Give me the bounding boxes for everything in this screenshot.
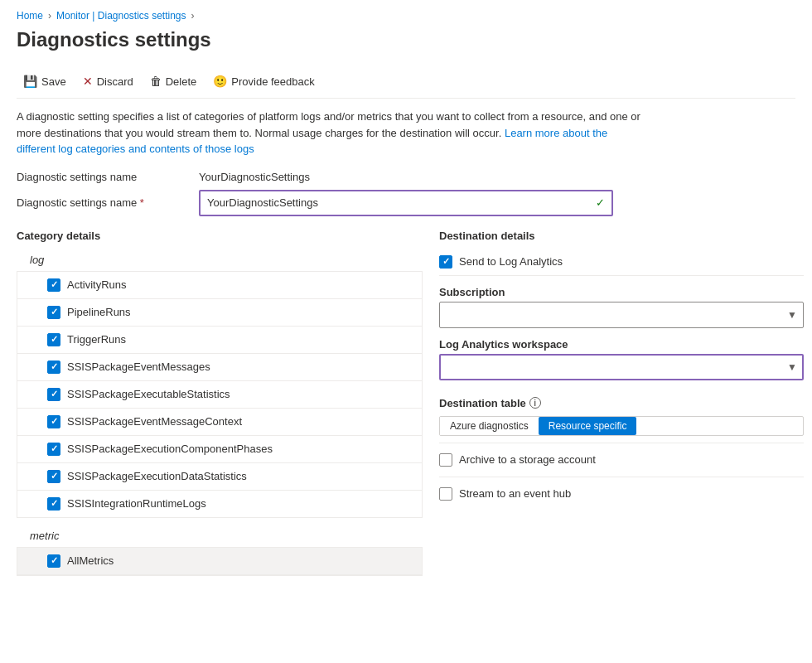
breadcrumb-monitor[interactable]: Monitor | Diagnostics settings bbox=[56, 10, 186, 22]
settings-name-input[interactable] bbox=[207, 196, 596, 209]
subscription-dropdown-container: ▼ bbox=[439, 302, 804, 328]
log-group-label: log bbox=[17, 249, 423, 272]
breadcrumb-home[interactable]: Home bbox=[17, 10, 43, 22]
destination-table-label: Destination table i bbox=[439, 397, 804, 409]
ssis-event-msg-context-label: SSISPackageEventMessageContext bbox=[67, 415, 242, 428]
destination-table-section: Destination table i Azure diagnostics Re… bbox=[439, 390, 804, 443]
archive-storage-row: Archive to a storage account bbox=[439, 443, 804, 477]
metric-group: metric AllMetrics bbox=[17, 525, 423, 576]
destination-table-info-icon[interactable]: i bbox=[529, 397, 541, 409]
description-text: A diagnostic setting specifies a list of… bbox=[17, 109, 646, 157]
activity-runs-checkbox[interactable] bbox=[47, 278, 60, 292]
list-item: SSISPackageExecutionComponentPhases bbox=[17, 436, 422, 463]
ssis-event-messages-label: SSISPackageEventMessages bbox=[67, 361, 210, 373]
activity-runs-label: ActivityRuns bbox=[67, 278, 127, 291]
destination-table-toggle-group: Azure diagnostics Resource specific bbox=[439, 416, 804, 436]
ssis-execution-data-checkbox[interactable] bbox=[47, 470, 60, 483]
archive-storage-label: Archive to a storage account bbox=[459, 453, 596, 466]
metric-items-container: AllMetrics bbox=[17, 548, 423, 576]
list-item: SSISPackageEventMessageContext bbox=[17, 409, 422, 436]
all-metrics-label: AllMetrics bbox=[67, 554, 114, 567]
breadcrumb: Home › Monitor | Diagnostics settings › bbox=[17, 0, 795, 28]
category-section: Category details log ActivityRuns Pipeli… bbox=[17, 230, 423, 576]
destination-section-title: Destination details bbox=[439, 230, 804, 242]
pipeline-runs-checkbox[interactable] bbox=[47, 306, 60, 319]
settings-name-display-label: Diagnostic settings name bbox=[17, 171, 199, 183]
breadcrumb-sep2: › bbox=[191, 10, 195, 22]
destination-section: Destination details Send to Log Analytic… bbox=[439, 230, 804, 576]
subscription-label: Subscription bbox=[439, 286, 804, 298]
ssis-event-messages-checkbox[interactable] bbox=[47, 361, 60, 374]
send-log-analytics-checkbox[interactable] bbox=[439, 255, 452, 269]
trigger-runs-label: TriggerRuns bbox=[67, 333, 126, 346]
settings-name-input-container: ✓ bbox=[199, 190, 613, 216]
category-section-title: Category details bbox=[17, 230, 423, 242]
settings-name-display-value: YourDiagnosticSettings bbox=[199, 171, 310, 183]
ssis-execution-component-label: SSISPackageExecutionComponentPhases bbox=[67, 443, 273, 455]
feedback-button[interactable]: 🙂 Provide feedback bbox=[206, 71, 321, 91]
log-analytics-workspace-section: Log Analytics workspace ▼ bbox=[439, 338, 804, 380]
all-metrics-checkbox[interactable] bbox=[47, 554, 60, 568]
log-analytics-workspace-dropdown-container: ▼ bbox=[439, 354, 804, 380]
subscription-section: Subscription ▼ bbox=[439, 286, 804, 328]
page-title: Diagnostics settings bbox=[17, 28, 795, 51]
list-item: SSISPackageExecutableStatistics bbox=[17, 381, 422, 409]
list-item: SSISPackageExecutionDataStatistics bbox=[17, 463, 422, 491]
breadcrumb-sep1: › bbox=[48, 10, 51, 22]
feedback-icon: 🙂 bbox=[213, 75, 227, 88]
delete-icon: 🗑 bbox=[150, 75, 162, 88]
settings-name-input-row: Diagnostic settings name ✓ bbox=[17, 190, 795, 216]
settings-name-display-row: Diagnostic settings name YourDiagnosticS… bbox=[17, 171, 795, 183]
send-to-log-analytics-row: Send to Log Analytics bbox=[439, 249, 804, 276]
trigger-runs-checkbox[interactable] bbox=[47, 333, 60, 346]
log-analytics-workspace-dropdown[interactable] bbox=[439, 354, 804, 380]
list-item: SSISPackageEventMessages bbox=[17, 354, 422, 381]
discard-icon: ✕ bbox=[83, 75, 93, 88]
list-item: SSISIntegrationRuntimeLogs bbox=[17, 491, 422, 517]
resource-specific-toggle[interactable]: Resource specific bbox=[539, 417, 637, 435]
stream-event-hub-row: Stream to an event hub bbox=[439, 477, 804, 511]
ssis-executable-stats-label: SSISPackageExecutableStatistics bbox=[67, 388, 230, 400]
ssis-integration-runtime-checkbox[interactable] bbox=[47, 497, 60, 511]
azure-diagnostics-toggle[interactable]: Azure diagnostics bbox=[440, 417, 539, 435]
ssis-event-msg-context-checkbox[interactable] bbox=[47, 415, 60, 428]
input-valid-icon: ✓ bbox=[596, 196, 605, 209]
list-item: TriggerRuns bbox=[17, 327, 422, 354]
stream-event-hub-checkbox[interactable] bbox=[439, 487, 452, 501]
list-item: PipelineRuns bbox=[17, 299, 422, 327]
log-items-container: ActivityRuns PipelineRuns TriggerRuns SS… bbox=[17, 272, 423, 518]
save-button[interactable]: 💾 Save bbox=[17, 71, 73, 91]
ssis-execution-component-checkbox[interactable] bbox=[47, 443, 60, 456]
ssis-integration-runtime-label: SSISIntegrationRuntimeLogs bbox=[67, 497, 206, 510]
ssis-execution-data-label: SSISPackageExecutionDataStatistics bbox=[67, 470, 247, 482]
log-analytics-workspace-label: Log Analytics workspace bbox=[439, 338, 804, 351]
settings-name-input-label: Diagnostic settings name bbox=[17, 196, 199, 209]
pipeline-runs-label: PipelineRuns bbox=[67, 306, 131, 318]
stream-event-hub-label: Stream to an event hub bbox=[459, 487, 571, 500]
toolbar: 💾 Save ✕ Discard 🗑 Delete 🙂 Provide feed… bbox=[17, 65, 795, 99]
archive-storage-checkbox[interactable] bbox=[439, 453, 452, 467]
save-icon: 💾 bbox=[23, 75, 37, 88]
ssis-executable-stats-checkbox[interactable] bbox=[47, 388, 60, 401]
list-item: ActivityRuns bbox=[17, 272, 422, 299]
subscription-dropdown[interactable] bbox=[439, 302, 804, 328]
delete-button[interactable]: 🗑 Delete bbox=[143, 71, 204, 91]
discard-button[interactable]: ✕ Discard bbox=[76, 71, 140, 91]
send-log-analytics-label: Send to Log Analytics bbox=[459, 255, 563, 268]
metric-group-label: metric bbox=[17, 525, 423, 548]
list-item: AllMetrics bbox=[17, 548, 422, 575]
log-group: log ActivityRuns PipelineRuns TriggerRun… bbox=[17, 249, 423, 518]
main-content: Category details log ActivityRuns Pipeli… bbox=[17, 230, 795, 576]
